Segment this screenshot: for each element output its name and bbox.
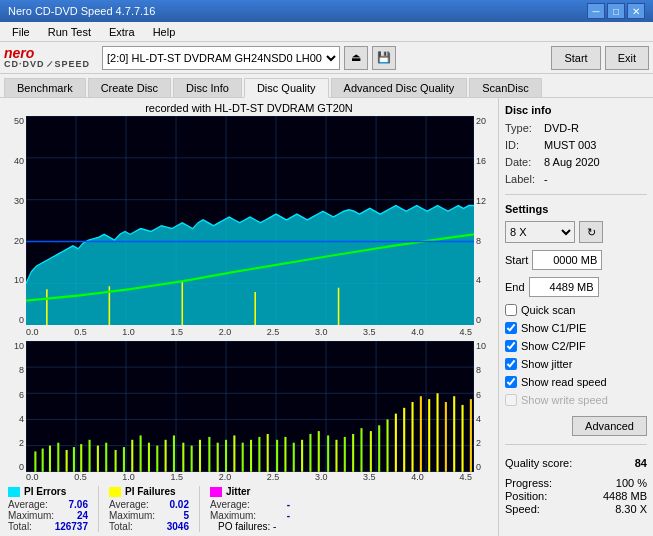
menu-extra[interactable]: Extra	[101, 24, 143, 40]
tab-bar: Benchmark Create Disc Disc Info Disc Qua…	[0, 74, 653, 98]
save-button[interactable]: 💾	[372, 46, 396, 70]
advanced-button[interactable]: Advanced	[572, 416, 647, 436]
end-row: End	[505, 277, 647, 297]
quick-scan-label: Quick scan	[521, 304, 575, 316]
speed-value: 8.30 X	[615, 503, 647, 515]
drive-selector[interactable]: [2:0] HL-DT-ST DVDRAM GH24NSD0 LH00	[102, 46, 340, 70]
disc-date-value: 8 Aug 2020	[544, 156, 600, 168]
pi-errors-color	[8, 487, 20, 497]
menu-file[interactable]: File	[4, 24, 38, 40]
show-c1pie-checkbox[interactable]	[505, 322, 517, 334]
show-c1pie-label: Show C1/PIE	[521, 322, 586, 334]
pi-errors-stats: PI Errors Average: 7.06 Maximum: 24 Tota…	[8, 486, 88, 532]
svg-rect-61	[208, 437, 210, 472]
jitter-max-value: -	[287, 510, 290, 521]
show-jitter-checkbox[interactable]	[505, 358, 517, 370]
chart-title: recorded with HL-DT-ST DVDRAM GT20N	[4, 102, 494, 114]
show-read-speed-row: Show read speed	[505, 376, 647, 388]
svg-rect-76	[335, 440, 337, 472]
start-input[interactable]	[532, 250, 602, 270]
svg-rect-58	[182, 443, 184, 472]
top-chart-canvas	[26, 116, 474, 325]
position-value: 4488 MB	[603, 490, 647, 502]
exit-button[interactable]: Exit	[605, 46, 649, 70]
drive-eject-button[interactable]: ⏏	[344, 46, 368, 70]
svg-rect-48	[97, 446, 99, 472]
close-button[interactable]: ✕	[627, 3, 645, 19]
svg-rect-72	[301, 440, 303, 472]
tab-create-disc[interactable]: Create Disc	[88, 78, 171, 97]
quick-scan-checkbox[interactable]	[505, 304, 517, 316]
tab-disc-quality[interactable]: Disc Quality	[244, 78, 329, 98]
jitter-max-row: Maximum: -	[210, 510, 290, 521]
end-label: End	[505, 281, 525, 293]
svg-rect-47	[89, 440, 91, 472]
show-write-speed-row: Show write speed	[505, 394, 647, 406]
svg-rect-70	[284, 437, 286, 472]
stat-divider-2	[199, 486, 200, 532]
tab-advanced-disc-quality[interactable]: Advanced Disc Quality	[331, 78, 468, 97]
progress-value: 100 %	[616, 477, 647, 489]
tab-disc-info[interactable]: Disc Info	[173, 78, 242, 97]
speed-row: 8 X 4 X MAX ↻	[505, 221, 647, 243]
pi-errors-avg-value: 7.06	[69, 499, 88, 510]
maximize-button[interactable]: □	[607, 3, 625, 19]
svg-rect-57	[173, 436, 175, 472]
svg-rect-45	[73, 447, 75, 472]
svg-rect-67	[258, 437, 260, 472]
end-input[interactable]	[529, 277, 599, 297]
svg-rect-84	[403, 408, 405, 472]
settings-refresh-button[interactable]: ↻	[579, 221, 603, 243]
pi-errors-max-row: Maximum: 24	[8, 510, 88, 521]
svg-rect-87	[428, 399, 430, 472]
speed-selector[interactable]: 8 X 4 X MAX	[505, 221, 575, 243]
pi-failures-stats: PI Failures Average: 0.02 Maximum: 5 Tot…	[109, 486, 189, 532]
show-c1pie-row: Show C1/PIE	[505, 322, 647, 334]
tab-benchmark[interactable]: Benchmark	[4, 78, 86, 97]
bottom-chart-canvas	[26, 341, 474, 472]
show-jitter-label: Show jitter	[521, 358, 572, 370]
svg-rect-90	[453, 396, 455, 472]
svg-rect-53	[140, 436, 142, 472]
divider-1	[505, 194, 647, 195]
app-logo: nero CD·DVD⟋SPEED	[4, 46, 90, 69]
start-row: Start	[505, 250, 647, 270]
menu-help[interactable]: Help	[145, 24, 184, 40]
menu-run-test[interactable]: Run Test	[40, 24, 99, 40]
progress-row: Progress: 100 %	[505, 477, 647, 489]
pi-failures-total-value: 3046	[167, 521, 189, 532]
disc-label-value: -	[544, 173, 548, 185]
show-jitter-row: Show jitter	[505, 358, 647, 370]
position-row: Position: 4488 MB	[505, 490, 647, 502]
po-failures-value: -	[273, 521, 276, 532]
svg-rect-86	[420, 396, 422, 472]
svg-rect-62	[217, 443, 219, 472]
svg-rect-66	[250, 440, 252, 472]
show-c2pif-checkbox[interactable]	[505, 340, 517, 352]
svg-rect-52	[131, 440, 133, 472]
svg-rect-82	[386, 420, 388, 472]
pi-failures-max-row: Maximum: 5	[109, 510, 189, 521]
minimize-button[interactable]: ─	[587, 3, 605, 19]
svg-rect-89	[445, 402, 447, 472]
svg-rect-88	[436, 394, 438, 472]
show-c2pif-row: Show C2/PIF	[505, 340, 647, 352]
jitter-avg-row: Average: -	[210, 499, 290, 510]
show-read-speed-label: Show read speed	[521, 376, 607, 388]
tab-scan-disc[interactable]: ScanDisc	[469, 78, 541, 97]
start-button[interactable]: Start	[551, 46, 600, 70]
svg-rect-49	[105, 443, 107, 472]
svg-rect-75	[327, 436, 329, 472]
svg-rect-83	[395, 414, 397, 472]
show-read-speed-checkbox[interactable]	[505, 376, 517, 388]
svg-rect-42	[49, 446, 51, 472]
svg-rect-71	[293, 443, 295, 472]
right-panel: Disc info Type: DVD-R ID: MUST 003 Date:…	[498, 98, 653, 536]
svg-rect-60	[199, 440, 201, 472]
svg-rect-78	[352, 434, 354, 472]
quality-score-row: Quality score: 84	[505, 457, 647, 469]
quality-score-label: Quality score:	[505, 457, 572, 469]
disc-id-value: MUST 003	[544, 139, 596, 151]
svg-rect-44	[66, 450, 68, 472]
svg-rect-91	[461, 405, 463, 472]
